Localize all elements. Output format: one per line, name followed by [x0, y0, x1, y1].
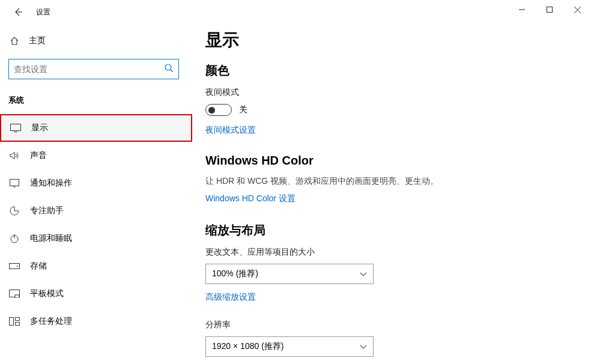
svg-rect-8 — [10, 180, 19, 186]
nav-item-tablet-mode[interactable]: 平板模式 — [0, 280, 192, 308]
multitasking-icon — [8, 317, 20, 326]
night-light-toggle[interactable] — [205, 104, 232, 116]
nav-item-label: 多任务处理 — [30, 316, 72, 327]
minimize-icon — [519, 7, 525, 13]
window-controls — [508, 0, 591, 19]
nav-item-label: 通知和操作 — [30, 178, 72, 189]
scale-value: 100% (推荐) — [212, 268, 258, 279]
search-input[interactable] — [14, 64, 164, 74]
resolution-value: 1920 × 1080 (推荐) — [212, 341, 283, 352]
svg-rect-6 — [11, 124, 21, 131]
storage-icon — [8, 263, 20, 269]
night-light-state: 关 — [239, 105, 247, 115]
display-icon — [10, 124, 22, 132]
resolution-label: 分辨率 — [205, 320, 579, 330]
home-icon — [8, 36, 20, 46]
nav-list: 显示 声音 通知和操作 专注助手 电源和睡眠 存储 平板模式 多任务处理 — [0, 114, 192, 335]
svg-line-5 — [171, 70, 173, 72]
nav-item-label: 显示 — [31, 123, 48, 133]
search-icon — [164, 63, 174, 75]
svg-rect-15 — [10, 318, 14, 326]
back-arrow-icon — [13, 7, 23, 17]
night-light-label: 夜间模式 — [205, 87, 579, 98]
back-button[interactable] — [11, 5, 25, 19]
titlebar: 设置 — [0, 0, 591, 24]
nav-item-label: 声音 — [30, 150, 47, 161]
nav-item-multitasking[interactable]: 多任务处理 — [0, 308, 192, 335]
hdcolor-heading: Windows HD Color — [205, 154, 579, 168]
close-button[interactable] — [563, 0, 591, 19]
nav-item-power-sleep[interactable]: 电源和睡眠 — [0, 225, 192, 252]
search-input-wrapper[interactable] — [8, 59, 179, 79]
nav-item-label: 电源和睡眠 — [30, 233, 72, 244]
toggle-knob — [208, 107, 215, 114]
maximize-icon — [547, 7, 553, 13]
nav-item-display[interactable]: 显示 — [0, 114, 192, 142]
resolution-select[interactable]: 1920 × 1080 (推荐) — [205, 336, 374, 357]
scale-select[interactable]: 100% (推荐) — [205, 264, 374, 284]
nav-item-label: 专注助手 — [30, 205, 64, 216]
scale-label: 更改文本、应用等项目的大小 — [205, 247, 579, 258]
scale-heading: 缩放与布局 — [205, 222, 579, 238]
hdcolor-settings-link[interactable]: Windows HD Color 设置 — [205, 193, 296, 204]
svg-point-12 — [17, 265, 18, 267]
nav-item-sound[interactable]: 声音 — [0, 142, 192, 169]
nav-item-label: 平板模式 — [30, 288, 64, 299]
category-heading: 系统 — [8, 95, 192, 106]
home-label: 主页 — [29, 35, 46, 46]
home-nav[interactable]: 主页 — [8, 29, 192, 53]
svg-rect-14 — [15, 295, 19, 298]
svg-rect-17 — [16, 323, 20, 326]
chevron-down-icon — [360, 269, 367, 279]
nav-item-label: 存储 — [30, 261, 47, 271]
notifications-icon — [8, 179, 20, 187]
main-content: 显示 颜色 夜间模式 关 夜间模式设置 Windows HD Color 让 H… — [205, 29, 591, 364]
close-icon — [574, 7, 581, 13]
sidebar: 主页 系统 显示 声音 通知和操作 专注助手 电源和睡眠 — [0, 29, 192, 335]
hdcolor-description: 让 HDR 和 WCG 视频、游戏和应用中的画面更明亮、更生动。 — [205, 176, 579, 187]
nav-item-notifications[interactable]: 通知和操作 — [0, 169, 192, 197]
power-icon — [8, 234, 20, 243]
page-title: 显示 — [205, 29, 579, 52]
svg-rect-16 — [16, 318, 20, 321]
color-heading: 颜色 — [205, 62, 579, 79]
advanced-scale-link[interactable]: 高级缩放设置 — [205, 292, 256, 303]
sound-icon — [8, 151, 20, 160]
chevron-down-icon — [360, 342, 367, 351]
tablet-icon — [8, 290, 20, 298]
nav-item-storage[interactable]: 存储 — [0, 252, 192, 280]
focus-assist-icon — [8, 206, 20, 216]
svg-rect-1 — [547, 7, 553, 13]
night-light-settings-link[interactable]: 夜间模式设置 — [205, 125, 256, 136]
window-title: 设置 — [36, 7, 50, 17]
maximize-button[interactable] — [536, 0, 563, 19]
minimize-button[interactable] — [508, 0, 536, 19]
nav-item-focus-assist[interactable]: 专注助手 — [0, 197, 192, 225]
svg-point-4 — [165, 64, 171, 70]
